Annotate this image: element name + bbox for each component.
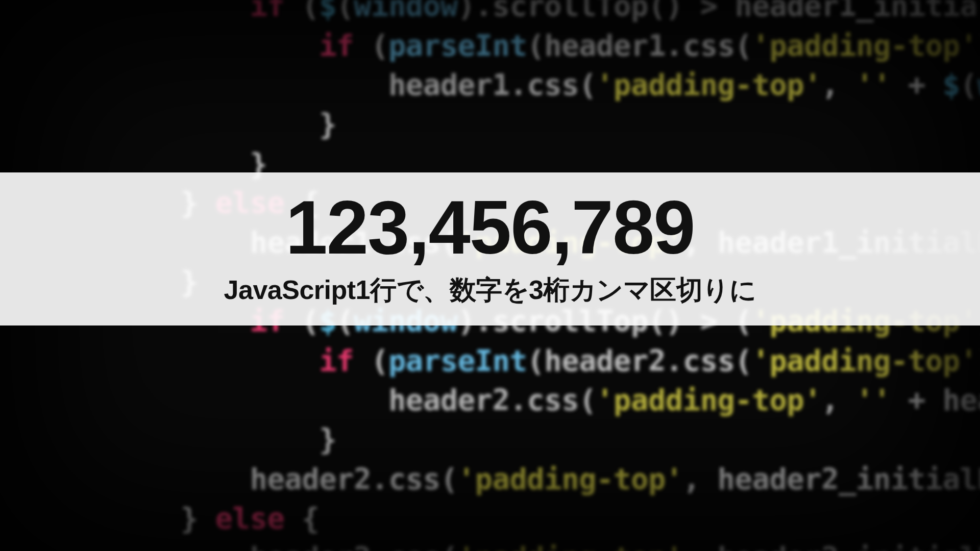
- hero-image: if ($(window).scrollTop() > header1_init…: [0, 0, 980, 551]
- headline-subtitle: JavaScript1行で、数字を3桁カンマ区切りに: [224, 272, 756, 308]
- headline-number: 123,456,789: [285, 190, 694, 265]
- title-band: 123,456,789 JavaScript1行で、数字を3桁カンマ区切りに: [0, 172, 980, 325]
